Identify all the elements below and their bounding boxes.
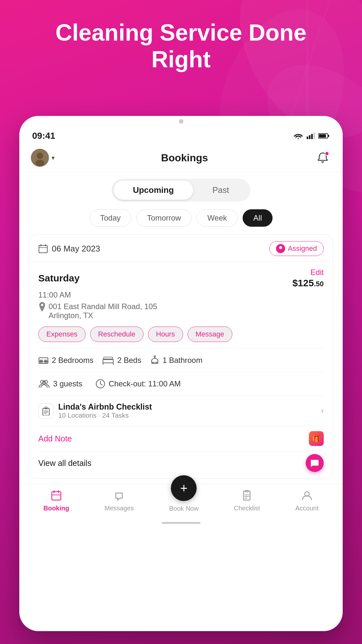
- svg-rect-46: [52, 492, 61, 500]
- svg-point-37: [42, 381, 46, 384]
- checklist-row[interactable]: Linda's Airbnb Checklist 10 Locations · …: [38, 402, 324, 426]
- view-all-button[interactable]: View all details: [38, 459, 91, 468]
- svg-point-35: [41, 380, 44, 384]
- svg-rect-25: [44, 360, 47, 363]
- bathrooms-detail: 1 Bathroom: [150, 355, 202, 365]
- svg-point-14: [37, 153, 43, 159]
- filter-tomorrow[interactable]: Tomorrow: [136, 209, 191, 227]
- nav-book-now-label: Book Now: [169, 505, 199, 512]
- nav-checklist[interactable]: Checklist: [227, 488, 266, 512]
- guest-info: 3 guests Check-out: 11:00 AM: [38, 379, 324, 396]
- chip-expenses[interactable]: Expenses: [38, 327, 86, 342]
- nav-checklist-label: Checklist: [234, 505, 260, 512]
- nav-messages[interactable]: Messages: [98, 488, 140, 512]
- svg-point-5: [298, 138, 299, 139]
- tab-pill: Upcoming Past: [112, 179, 250, 202]
- svg-point-31: [152, 358, 158, 364]
- filter-all[interactable]: All: [243, 209, 273, 227]
- action-chips: Expenses Reschedule Hours Message: [38, 327, 324, 349]
- checklist-text: Linda's Airbnb Checklist 10 Locations · …: [58, 402, 152, 419]
- svg-point-22: [41, 304, 43, 306]
- user-avatar: [31, 149, 49, 167]
- beds-text: 2 Beds: [117, 356, 141, 365]
- calendar-icon: [38, 244, 48, 253]
- home-indicator: [19, 519, 343, 529]
- avatar-wrapper[interactable]: ▾: [31, 149, 55, 167]
- clock-icon: [95, 379, 106, 389]
- signal-icon: [307, 133, 315, 139]
- notch-dot: [179, 119, 183, 124]
- app-header: ▾ Bookings: [19, 144, 343, 172]
- card-body: Saturday Edit $125.50 11:00 AM: [29, 261, 333, 478]
- hero-title: Cleaning Service Done Right: [0, 19, 362, 73]
- battery-icon: [318, 133, 330, 139]
- card-header: 06 May 2023 Assigned: [29, 235, 333, 261]
- notification-button[interactable]: [314, 149, 331, 166]
- chip-message[interactable]: Message: [188, 327, 232, 342]
- checkout-item: Check-out: 11:00 AM: [95, 379, 181, 389]
- svg-rect-8: [311, 134, 313, 139]
- bed-icon: [102, 356, 114, 365]
- chat-icon: [310, 459, 319, 468]
- phone-mockup: 09:41: [19, 116, 343, 631]
- account-nav-icon: [300, 488, 314, 503]
- svg-line-40: [100, 384, 102, 385]
- bedrooms-detail: 2 Bedrooms: [38, 355, 93, 365]
- profile-chevron-icon: ▾: [51, 154, 55, 162]
- booking-nav-icon: [49, 488, 63, 503]
- svg-point-21: [279, 246, 282, 249]
- svg-rect-9: [313, 133, 315, 139]
- nav-account-label: Account: [295, 505, 319, 512]
- card-time: 11:00 AM: [38, 290, 324, 299]
- card-address: 001 East Randal Mill Road, 105 Arlington…: [38, 302, 324, 320]
- svg-rect-24: [40, 360, 43, 363]
- card-day-row: Saturday Edit $125.50: [38, 268, 324, 289]
- status-icons: [293, 133, 330, 139]
- clipboard-icon: [42, 406, 51, 415]
- nav-account[interactable]: Account: [289, 488, 325, 512]
- guests-text: 3 guests: [53, 379, 82, 388]
- svg-rect-51: [244, 491, 250, 500]
- home-bar: [162, 522, 200, 524]
- app-content: ▾ Bookings Upcoming Past Today Tomorrow …: [19, 144, 343, 631]
- filter-week[interactable]: Week: [197, 209, 237, 227]
- badge-avatar: [276, 244, 285, 253]
- location-pin-icon: [38, 302, 46, 312]
- filter-today[interactable]: Today: [89, 209, 131, 227]
- chat-fab-button[interactable]: [306, 454, 324, 472]
- bedroom-icon: [38, 355, 49, 365]
- checklist-icon: [38, 403, 54, 419]
- card-date: 06 May 2023: [38, 244, 100, 254]
- notification-badge: [325, 151, 329, 156]
- svg-rect-7: [309, 135, 311, 139]
- svg-rect-11: [328, 135, 329, 137]
- tab-past[interactable]: Past: [193, 181, 248, 200]
- tab-upcoming[interactable]: Upcoming: [114, 181, 193, 200]
- checkout-text: Check-out: 11:00 AM: [109, 379, 181, 388]
- badge-label: Assigned: [288, 244, 317, 253]
- assigned-badge: Assigned: [269, 241, 324, 256]
- bottom-nav: Booking Messages + Book Now: [19, 484, 343, 519]
- svg-rect-41: [43, 408, 49, 415]
- card-day: Saturday: [38, 273, 79, 284]
- svg-point-36: [44, 380, 48, 384]
- chip-reschedule[interactable]: Reschedule: [90, 327, 144, 342]
- svg-rect-12: [319, 134, 326, 137]
- edit-button[interactable]: Edit: [292, 268, 324, 277]
- page-title: Bookings: [161, 152, 208, 164]
- checklist-chevron-icon: ›: [321, 406, 324, 416]
- nav-book-now[interactable]: + Book Now: [163, 485, 205, 512]
- guests-icon: [38, 379, 50, 388]
- messages-nav-icon: [112, 488, 126, 503]
- svg-rect-6: [307, 137, 308, 139]
- book-now-fab[interactable]: +: [171, 475, 197, 501]
- booking-card: 06 May 2023 Assigned Saturday: [29, 234, 333, 479]
- bathrooms-text: 1 Bathroom: [162, 356, 202, 365]
- chip-hours[interactable]: Hours: [148, 327, 183, 342]
- add-note-button[interactable]: Add Note: [38, 434, 72, 443]
- gift-icon: 🎁: [309, 431, 324, 446]
- guests-item: 3 guests: [38, 379, 82, 388]
- wifi-icon: [293, 133, 303, 139]
- svg-marker-50: [116, 493, 122, 500]
- nav-booking[interactable]: Booking: [37, 488, 76, 512]
